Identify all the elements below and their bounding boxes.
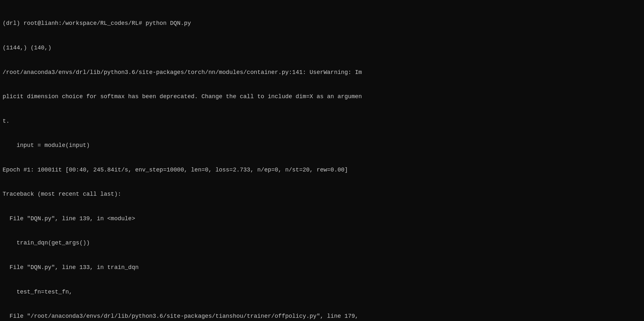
terminal-line-2: (1144,) (140,)	[3, 44, 641, 52]
terminal-line-3: /root/anaconda3/envs/drl/lib/python3.6/s…	[3, 68, 641, 77]
terminal-line-10: train_dqn(get_args())	[3, 239, 641, 247]
terminal-line-4: plicit dimension choice for softmax has …	[3, 93, 641, 101]
terminal-line-8: Traceback (most recent call last):	[3, 190, 641, 198]
terminal-line-7: Epoch #1: 10001it [00:40, 245.84it/s, en…	[3, 166, 641, 174]
terminal-line-13: File "/root/anaconda3/envs/drl/lib/pytho…	[3, 312, 641, 320]
terminal-window: (drl) root@lianh:/workspace/RL_codes/RL#…	[0, 0, 644, 321]
terminal-line-1: (drl) root@lianh:/workspace/RL_codes/RL#…	[3, 19, 641, 27]
terminal-line-11: File "DQN.py", line 133, in train_dqn	[3, 264, 641, 272]
terminal-line-6: input = module(input)	[3, 141, 641, 150]
terminal-line-9: File "DQN.py", line 139, in <module>	[3, 215, 641, 223]
terminal-line-5: t.	[3, 117, 641, 125]
terminal-line-12: test_fn=test_fn,	[3, 288, 641, 296]
